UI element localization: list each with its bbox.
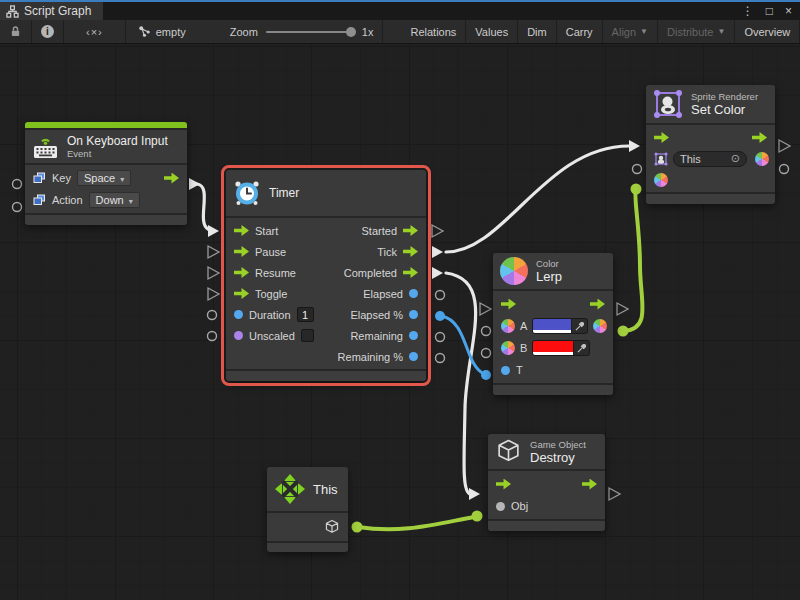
eyedropper-icon[interactable] [571,319,587,333]
setcolor-result-port[interactable] [780,165,789,174]
wire-elapsedpct-to-lerp-t[interactable] [442,316,484,374]
color-port-icon[interactable] [501,341,515,355]
timer-remaining-pct-dot[interactable] [409,352,418,361]
lerp-result-icon[interactable] [593,319,607,333]
destroy-flow-out-arrow[interactable] [582,479,597,490]
maximize-icon[interactable]: □ [766,4,773,18]
timer-remaining-dot[interactable] [409,331,418,340]
duration-field[interactable]: 1 [297,307,314,322]
setcolor-flow-out-arrow[interactable] [752,132,767,143]
action-dropdown[interactable]: Down [89,192,140,208]
tab-script-graph[interactable]: Script Graph [0,2,103,20]
setcolor-color-port-icon[interactable] [654,173,668,187]
unscaled-checkbox[interactable] [301,329,314,342]
destroy-flow-in-arrow[interactable] [496,479,511,490]
keyboard-trigger-arrow[interactable] [164,173,179,184]
graph-inspector-button[interactable]: i [32,20,64,43]
lock-button[interactable] [0,20,32,43]
node-set-color[interactable]: Sprite Renderer Set Color [646,85,775,204]
variables-toggle-button[interactable]: ‹×› [64,20,126,43]
timer-toggle-arrow[interactable] [234,288,249,299]
timer-duration-dot[interactable] [234,310,243,319]
setcolor-result-icon[interactable] [755,152,769,166]
timer-toggle-port[interactable] [208,288,219,300]
lerp-flow-out-port[interactable] [617,303,628,315]
timer-start-port[interactable] [208,225,219,237]
color-field-a[interactable] [532,318,588,334]
wire-this-to-destroy-obj[interactable] [358,517,474,529]
color-swatch-b[interactable] [533,341,573,355]
timer-started-arrow[interactable] [403,225,418,236]
timer-duration-port[interactable] [208,311,217,320]
timer-unscaled-dot[interactable] [234,331,243,340]
lerp-b-port[interactable] [482,349,491,358]
timer-pause-arrow[interactable] [234,246,249,257]
node-on-keyboard-input[interactable]: On Keyboard Input Event Key Space [25,122,187,225]
wire-completed-to-destroy[interactable] [446,273,476,494]
lerp-t-dot[interactable] [501,366,510,375]
lerp-flow-in-port[interactable] [480,303,491,315]
wire-tick-to-setcolor[interactable] [446,146,629,252]
setcolor-color-port[interactable] [631,184,642,195]
lerp-flow-in-arrow[interactable] [501,299,516,310]
destroy-obj-dot[interactable] [496,502,505,511]
setcolor-flow-in-port[interactable] [629,140,640,152]
timer-elapsed-port[interactable] [436,291,445,300]
node-this[interactable]: This [267,467,348,552]
timer-elapsed-dot[interactable] [409,289,418,298]
dim-button[interactable]: Dim [518,20,557,43]
timer-started-port[interactable] [432,225,443,237]
game-object-port-icon[interactable] [324,519,340,535]
timer-tick-arrow[interactable] [403,246,418,257]
timer-unscaled-port[interactable] [208,332,217,341]
timer-pause-port[interactable] [208,246,219,258]
node-color-lerp[interactable]: Color Lerp A [493,253,613,395]
this-value-port[interactable] [352,522,363,533]
color-field-b[interactable] [532,340,590,356]
keyboard-key-value-port[interactable] [13,180,22,189]
graph-canvas[interactable]: On Keyboard Input Event Key Space [0,44,800,600]
timer-start-arrow[interactable] [234,225,249,236]
timer-resume-arrow[interactable] [234,267,249,278]
graph-reference[interactable]: empty [126,20,195,43]
keyboard-trigger-out-port[interactable] [189,178,200,190]
color-port-icon[interactable] [501,319,515,333]
object-picker-icon[interactable] [731,152,740,165]
menu-icon[interactable]: ⋮ [742,4,754,18]
timer-remaining-port[interactable] [436,333,445,342]
color-swatch-a[interactable] [533,319,571,333]
lerp-t-port[interactable] [481,370,491,380]
timer-completed-port[interactable] [432,267,443,279]
distribute-button[interactable]: Distribute▼ [658,20,735,43]
setcolor-target-port[interactable] [633,165,642,174]
setcolor-flow-in-arrow[interactable] [654,132,669,143]
node-destroy[interactable]: Game Object Destroy Obj [488,434,605,531]
sprite-renderer-port-icon[interactable] [654,152,668,166]
zoom-slider[interactable] [266,31,354,33]
eyedropper-icon[interactable] [573,341,589,355]
align-button[interactable]: Align▼ [603,20,658,43]
destroy-flow-in-port[interactable] [469,488,480,500]
relations-button[interactable]: Relations [401,20,466,43]
node-timer[interactable]: Timer Start Pause Resume Toggle Duration… [226,170,426,381]
carry-button[interactable]: Carry [557,20,603,43]
timer-resume-port[interactable] [208,267,219,279]
values-button[interactable]: Values [466,20,518,43]
close-icon[interactable]: × [785,4,792,18]
timer-completed-arrow[interactable] [403,267,418,278]
lerp-a-port[interactable] [482,327,491,336]
destroy-obj-port[interactable] [472,511,483,522]
timer-elapsed-pct-dot[interactable] [409,310,418,319]
setcolor-flow-out-port[interactable] [779,140,790,152]
overview-button[interactable]: Overview [735,20,800,43]
destroy-flow-out-port[interactable] [609,488,620,500]
target-object-field[interactable]: This [673,151,747,167]
timer-tick-port[interactable] [432,246,443,258]
wire-keyboard-to-timer-start[interactable] [197,184,208,229]
keyboard-action-value-port[interactable] [13,203,22,212]
lerp-result-port[interactable] [618,326,629,337]
timer-elapsed-pct-port[interactable] [435,311,445,321]
timer-remaining-pct-port[interactable] [436,354,445,363]
zoom-slider-handle[interactable] [346,27,356,37]
lerp-flow-out-arrow[interactable] [590,299,605,310]
